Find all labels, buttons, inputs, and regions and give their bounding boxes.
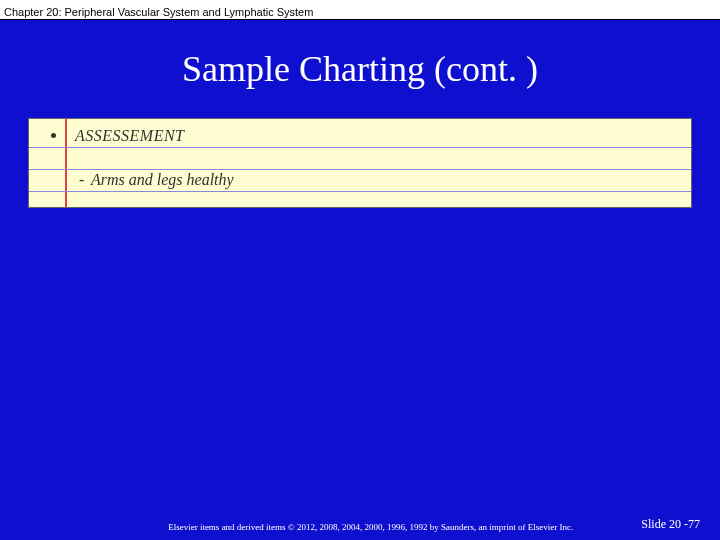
chapter-label: Chapter 20: Peripheral Vascular System a… <box>4 6 313 18</box>
header-bar: Chapter 20: Peripheral Vascular System a… <box>0 0 720 20</box>
ruled-line <box>29 147 691 148</box>
ruled-line <box>29 169 691 170</box>
slide-title: Sample Charting (cont. ) <box>0 48 720 90</box>
footer: Elsevier items and derived items © 2012,… <box>0 517 720 532</box>
note-card: ASSESSEMENT - Arms and legs healthy <box>28 118 692 208</box>
section-heading: ASSESSEMENT <box>75 127 185 145</box>
note-margin-line <box>65 119 67 207</box>
copyright-text: Elsevier items and derived items © 2012,… <box>20 522 641 532</box>
note-content: Arms and legs healthy <box>91 171 234 189</box>
slide-number: Slide 20 -77 <box>641 517 700 532</box>
bullet-icon <box>51 133 56 138</box>
ruled-line <box>29 191 691 192</box>
list-dash: - <box>79 171 84 189</box>
